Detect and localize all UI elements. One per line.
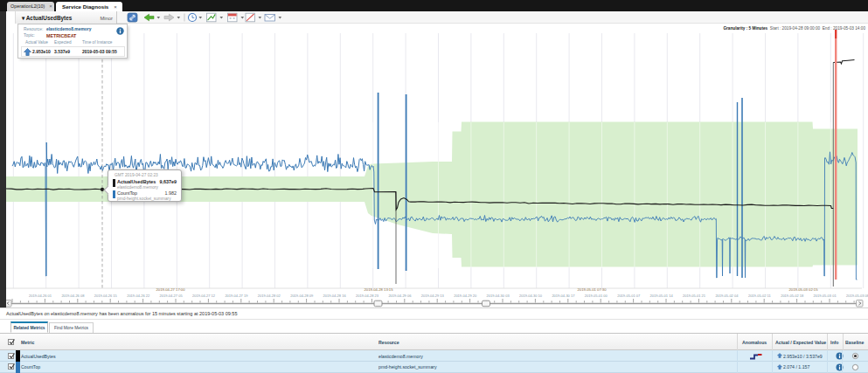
svg-text:2019-05-01 14: 2019-05-01 14 [650, 294, 674, 298]
svg-text:2019-05-01 21: 2019-05-01 21 [683, 294, 706, 298]
svg-text:2019-04-29 13: 2019-04-29 13 [421, 294, 445, 298]
svg-text:2019-04-28 13:15: 2019-04-28 13:15 [364, 287, 393, 292]
svg-text:2019-04-27 17:00: 2019-04-27 17:00 [156, 287, 185, 292]
svg-text:2019-04-27 12: 2019-04-27 12 [192, 294, 216, 298]
svg-text:2019-04-28 02: 2019-04-28 02 [258, 294, 281, 298]
svg-text:2019-04-26 15: 2019-04-26 15 [94, 294, 118, 298]
svg-text:2019-04-27 19: 2019-04-27 19 [225, 294, 248, 298]
svg-text:2019-05-02 04: 2019-05-02 04 [715, 294, 739, 298]
svg-text:2019-05-01 00: 2019-05-01 00 [585, 294, 608, 298]
svg-text:2019-04-30 10: 2019-04-30 10 [519, 294, 543, 298]
svg-text:2019-04-29 20: 2019-04-29 20 [454, 294, 477, 298]
svg-text:2019-04-28 16: 2019-04-28 16 [323, 294, 347, 298]
svg-text:2019-04-27 05: 2019-04-27 05 [160, 294, 184, 298]
svg-text:2019-05-02 11: 2019-05-02 11 [748, 294, 772, 298]
svg-text:2019-05-03 08: 2019-05-03 08 [846, 294, 868, 298]
svg-text:2019-05-03 02:15: 2019-05-03 02:15 [788, 287, 818, 292]
svg-text:2019-04-29 06: 2019-04-29 06 [388, 294, 412, 298]
svg-text:2019-04-26 08: 2019-04-26 08 [61, 294, 85, 298]
svg-text:2019-04-28 09: 2019-04-28 09 [290, 294, 314, 298]
svg-text:2019-04-30 03: 2019-04-30 03 [487, 294, 510, 298]
svg-text:2019-04-26 01: 2019-04-26 01 [29, 294, 52, 298]
svg-text:2019-04-30 17: 2019-04-30 17 [552, 294, 575, 298]
svg-text:2019-05-03 01: 2019-05-03 01 [814, 294, 837, 298]
svg-text:2019-04-26 22: 2019-04-26 22 [127, 294, 150, 298]
svg-text:2019-04-28 23: 2019-04-28 23 [356, 294, 379, 298]
svg-text:2019-05-02 18: 2019-05-02 18 [781, 294, 804, 298]
svg-text:2019-05-01 07: 2019-05-01 07 [617, 294, 641, 298]
svg-text:2019-05-01 07:30: 2019-05-01 07:30 [577, 287, 607, 292]
